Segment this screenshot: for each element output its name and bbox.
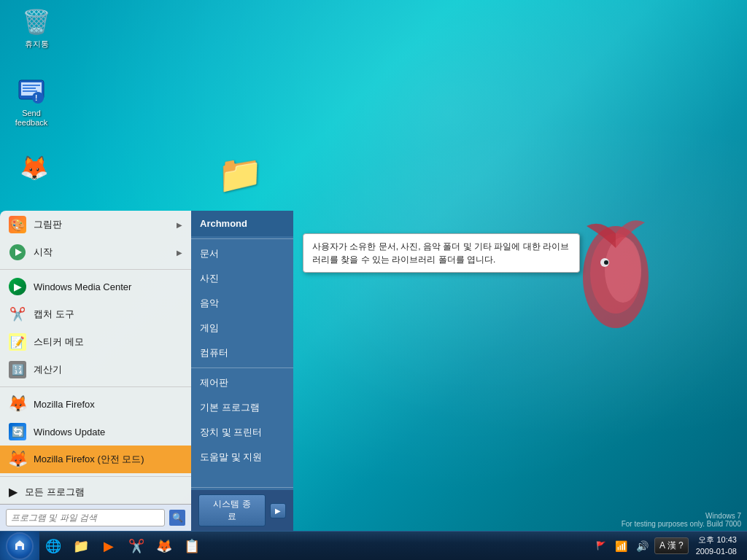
sticky-icon: 📝	[9, 333, 26, 351]
svg-rect-3	[23, 88, 36, 89]
menu-item-firefox-safe[interactable]: 🦊 Mozilla Firefox (안전 모드)	[0, 446, 191, 473]
right-item-documents[interactable]: 문서	[191, 241, 293, 266]
search-button[interactable]: 🔍	[169, 510, 185, 526]
win7-build: For testing purposes only. Build 7000	[622, 520, 741, 528]
menu-item-calc[interactable]: 🔢 계산기	[0, 356, 191, 384]
taskbar-wmp[interactable]: ▶	[96, 533, 122, 559]
right-item-default-programs[interactable]: 기본 프로그램	[191, 395, 293, 420]
desktop: 🗑️ 휴지통 ! Sendfeedback 🦊 📁	[0, 0, 747, 560]
desktop-icon-send-feedback[interactable]: ! Sendfeedback	[6, 77, 57, 128]
menu-sep-3	[0, 476, 191, 477]
system-tray: 🚩 📶 🔊 A 漢 ? 오후 10:43 2009-01-08	[593, 533, 747, 559]
taskbar-snip[interactable]: ✂️	[123, 533, 150, 559]
right-item-control-panel[interactable]: 제어판	[191, 370, 293, 395]
right-sep-1	[191, 238, 293, 239]
taskbar-explorer[interactable]: 📁	[68, 533, 94, 559]
desktop-icon-recycle-bin[interactable]: 🗑️ 휴지통	[11, 7, 62, 49]
start-icon	[9, 244, 26, 261]
snip-taskbar-icon: ✂️	[128, 537, 145, 555]
clock-time: 오후 10:43	[696, 534, 737, 545]
wmc-icon: ▶	[9, 278, 26, 295]
search-box: 🔍	[0, 504, 191, 531]
wmp-icon: ▶	[100, 537, 117, 555]
desktop-folder[interactable]: 📁	[217, 153, 263, 195]
unknown-taskbar-icon: 📋	[183, 537, 201, 555]
shutdown-button[interactable]: 시스템 종료	[198, 494, 266, 526]
svg-rect-15	[18, 546, 22, 550]
svg-point-11	[604, 260, 608, 265]
menu-sep-1	[0, 269, 191, 270]
menu-item-snip[interactable]: ✂️ 캡처 도구	[0, 300, 191, 328]
start-menu-right-panel: Archmond 문서 사진 음악 게임 컴퓨터 제어판 기본 프로그램 장치 …	[191, 211, 293, 531]
menu-item-paint[interactable]: 🎨 그림판 ▶	[0, 211, 191, 238]
right-item-games[interactable]: 게임	[191, 316, 293, 341]
clock[interactable]: 오후 10:43 2009-01-08	[692, 533, 741, 559]
right-item-help[interactable]: 도움말 및 지원	[191, 445, 293, 470]
update-icon: 🔄	[9, 423, 26, 440]
explorer-icon: 📁	[72, 537, 90, 555]
taskbar-firefox[interactable]: 🦊	[151, 533, 177, 559]
paint-icon: 🎨	[9, 216, 26, 233]
tooltip: 사용자가 소유한 문서, 사진, 음악 폴더 및 기타 파일에 대한 라이브러리…	[303, 233, 580, 273]
tray-flag[interactable]: 🚩	[593, 540, 609, 552]
start-button[interactable]	[0, 532, 39, 561]
right-item-computer[interactable]: 컴퓨터	[191, 341, 293, 365]
tray-network[interactable]: 📶	[612, 539, 630, 553]
ime-indicator[interactable]: A 漢 ?	[654, 537, 689, 554]
svg-point-9	[605, 237, 641, 303]
send-feedback-label: Sendfeedback	[15, 109, 48, 128]
firefox-safe-icon: 🦊	[9, 451, 26, 468]
all-programs-item[interactable]: ▶ 모든 프로그램	[0, 480, 191, 504]
right-item-devices[interactable]: 장치 및 프린터	[191, 420, 293, 445]
ie-icon: 🌐	[44, 537, 62, 555]
user-name[interactable]: Archmond	[191, 211, 293, 236]
menu-item-firefox[interactable]: 🦊 Mozilla Firefox	[0, 390, 191, 418]
right-item-photos[interactable]: 사진	[191, 266, 293, 291]
svg-text:!: !	[35, 94, 37, 102]
desktop-icon-firefox[interactable]: 🦊	[9, 153, 60, 185]
all-programs-arrow: ▶	[9, 485, 18, 499]
firefox-taskbar-icon: 🦊	[155, 537, 173, 555]
shutdown-arrow-button[interactable]: ▶	[270, 503, 286, 518]
snip-icon: ✂️	[9, 306, 26, 323]
search-input[interactable]	[6, 509, 165, 526]
svg-rect-2	[23, 85, 40, 86]
svg-point-5	[32, 92, 44, 104]
menu-item-update[interactable]: 🔄 Windows Update	[0, 418, 191, 446]
fish-decoration	[565, 211, 667, 343]
menu-item-wmc[interactable]: ▶ Windows Media Center	[0, 273, 191, 300]
start-orb	[6, 532, 34, 560]
tooltip-text: 사용자가 소유한 문서, 사진, 음악 폴더 및 기타 파일에 대한 라이브러리…	[312, 241, 569, 265]
right-sep-2	[191, 368, 293, 368]
taskbar: 🌐 📁 ▶ ✂️ 🦊 📋 🚩 📶 🔊	[0, 531, 747, 560]
menu-item-sticky[interactable]: 📝 스티커 메모	[0, 328, 191, 356]
recycle-bin-label: 휴지통	[25, 39, 49, 49]
calc-icon: 🔢	[9, 361, 26, 378]
start-menu: 🎨 그림판 ▶ 시작 ▶ ▶ Windows Media Center	[0, 211, 293, 531]
svg-rect-4	[23, 90, 37, 92]
menu-sep-2	[0, 386, 191, 387]
firefox-icon: 🦊	[9, 395, 26, 413]
shutdown-bar: 시스템 종료 ▶	[191, 490, 293, 531]
menu-item-start[interactable]: 시작 ▶	[0, 238, 191, 266]
tray-volume[interactable]: 🔊	[633, 539, 651, 553]
ime-text: A 漢 ?	[659, 540, 684, 552]
taskbar-unknown[interactable]: 📋	[179, 533, 205, 559]
taskbar-ie[interactable]: 🌐	[40, 533, 66, 559]
start-menu-left-panel: 🎨 그림판 ▶ 시작 ▶ ▶ Windows Media Center	[0, 211, 191, 531]
win7-info: Windows 7 For testing purposes only. Bui…	[622, 512, 741, 528]
clock-date: 2009-01-08	[696, 546, 737, 557]
right-sep-3	[191, 487, 293, 488]
win7-title: Windows 7	[622, 512, 741, 520]
right-item-music[interactable]: 음악	[191, 291, 293, 316]
